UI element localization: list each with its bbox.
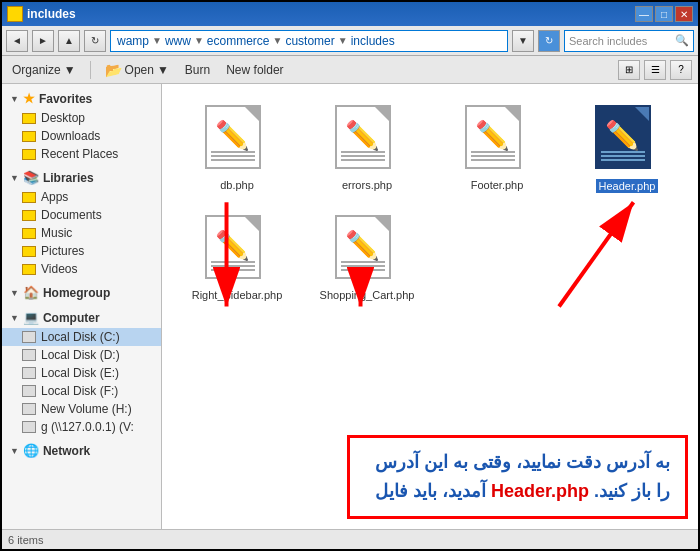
sidebar-section-homegroup: ▼ 🏠 Homegroup — [2, 282, 161, 303]
sidebar-section-favorites: ▼ ★ Favorites Desktop Downloads Recent P… — [2, 88, 161, 163]
go-button[interactable]: ↻ — [538, 30, 560, 52]
crumb-www[interactable]: www — [163, 34, 193, 48]
status-bar: 6 items — [2, 529, 698, 549]
crumb-wamp[interactable]: wamp — [115, 34, 151, 48]
sidebar-homegroup-header[interactable]: ▼ 🏠 Homegroup — [2, 282, 161, 303]
sidebar-section-network: ▼ 🌐 Network — [2, 440, 161, 461]
file-icon-errors: ✏️ — [335, 105, 399, 175]
recent-label: Recent Places — [41, 147, 118, 161]
homegroup-label: Homegroup — [43, 286, 110, 300]
disk-icon — [22, 367, 36, 379]
refresh-button[interactable]: ↻ — [84, 30, 106, 52]
disk-icon — [22, 331, 36, 343]
sidebar-item-music[interactable]: Music — [2, 224, 161, 242]
sidebar-section-computer: ▼ 💻 Computer Local Disk (C:) Local Disk … — [2, 307, 161, 436]
search-placeholder: Search includes — [569, 35, 672, 47]
favorites-label: Favorites — [39, 92, 92, 106]
new-folder-button[interactable]: New folder — [222, 61, 287, 79]
crumb-includes[interactable]: includes — [349, 34, 397, 48]
address-path[interactable]: wamp ▼ www ▼ ecommerce ▼ customer ▼ incl… — [110, 30, 508, 52]
sidebar-item-disk-h[interactable]: New Volume (H:) — [2, 400, 161, 418]
window: includes — □ ✕ ◄ ► ▲ ↻ wamp ▼ www ▼ ecom… — [0, 0, 700, 551]
back-button[interactable]: ◄ — [6, 30, 28, 52]
folder-icon — [22, 264, 36, 275]
file-icon-db: ✏️ — [205, 105, 269, 175]
pencil-icon: ✏️ — [345, 229, 381, 265]
folder-icon — [22, 149, 36, 160]
forward-button[interactable]: ► — [32, 30, 54, 52]
sidebar-item-apps[interactable]: Apps — [2, 188, 161, 206]
sidebar-libraries-header[interactable]: ▼ 📚 Libraries — [2, 167, 161, 188]
folder-icon — [22, 246, 36, 257]
downloads-label: Downloads — [41, 129, 100, 143]
file-name-sidebar: Right_Sidebar.php — [192, 289, 283, 301]
sidebar-item-desktop[interactable]: Desktop — [2, 109, 161, 127]
folder-icon — [22, 131, 36, 142]
pencil-icon: ✏️ — [215, 229, 251, 265]
sidebar-item-disk-f[interactable]: Local Disk (F:) — [2, 382, 161, 400]
file-icon-sidebar: ✏️ — [205, 215, 269, 285]
libraries-label: Libraries — [43, 171, 94, 185]
pencil-icon: ✏️ — [475, 119, 511, 155]
sidebar-computer-header[interactable]: ▼ 💻 Computer — [2, 307, 161, 328]
network-label: Network — [43, 444, 90, 458]
sidebar-item-pictures[interactable]: Pictures — [2, 242, 161, 260]
file-item-db[interactable]: ✏️ db.php — [177, 99, 297, 199]
pencil-icon: ✏️ — [345, 119, 381, 155]
window-icon — [7, 6, 23, 22]
sidebar-item-recent[interactable]: Recent Places — [2, 145, 161, 163]
file-name-db: db.php — [220, 179, 254, 191]
file-item-sidebar[interactable]: ✏️ Right_Sidebar.php — [177, 209, 297, 307]
dropdown-button[interactable]: ▼ — [512, 30, 534, 52]
sidebar-item-videos[interactable]: Videos — [2, 260, 161, 278]
overlay-text-line1: به آدرس دقت نمایید، وقتی به این آدرس — [365, 448, 670, 477]
status-text: 6 items — [8, 534, 43, 546]
disk-icon — [22, 403, 36, 415]
view-toggle-2[interactable]: ☰ — [644, 60, 666, 80]
crumb-customer[interactable]: customer — [283, 34, 336, 48]
sidebar-network-header[interactable]: ▼ 🌐 Network — [2, 440, 161, 461]
minimize-button[interactable]: — — [635, 6, 653, 22]
view-toggle-1[interactable]: ⊞ — [618, 60, 640, 80]
computer-label: Computer — [43, 311, 100, 325]
close-button[interactable]: ✕ — [675, 6, 693, 22]
folder-icon — [22, 192, 36, 203]
file-icon-footer: ✏️ — [465, 105, 529, 175]
pencil-icon: ✏️ — [215, 119, 251, 155]
folder-icon — [22, 228, 36, 239]
toolbar-right: ⊞ ☰ ? — [618, 60, 692, 80]
file-item-errors[interactable]: ✏️ errors.php — [307, 99, 427, 199]
file-item-cart[interactable]: ✏️ Shopping_Cart.php — [307, 209, 427, 307]
sidebar-item-disk-e[interactable]: Local Disk (E:) — [2, 364, 161, 382]
disk-icon — [22, 349, 36, 361]
folder-icon — [22, 210, 36, 221]
sidebar-item-downloads[interactable]: Downloads — [2, 127, 161, 145]
overlay-line2-part2: را باز کنید. — [594, 481, 670, 501]
open-button[interactable]: 📂 Open ▼ — [101, 60, 173, 80]
toolbar: Organize ▼ 📂 Open ▼ Burn New folder ⊞ ☰ … — [2, 56, 698, 84]
sidebar-item-disk-v[interactable]: g (\\127.0.0.1) (V: — [2, 418, 161, 436]
file-item-header[interactable]: ✏️ Header.php — [567, 99, 687, 199]
burn-button[interactable]: Burn — [181, 61, 214, 79]
sidebar: ▼ ★ Favorites Desktop Downloads Recent P… — [2, 84, 162, 529]
search-icon: 🔍 — [675, 34, 689, 47]
sidebar-section-libraries: ▼ 📚 Libraries Apps Documents Music — [2, 167, 161, 278]
file-name-footer: Footer.php — [471, 179, 524, 191]
sidebar-item-disk-c[interactable]: Local Disk (C:) — [2, 328, 161, 346]
overlay-box: به آدرس دقت نمایید، وقتی به این آدرس را … — [347, 435, 688, 519]
file-name-errors: errors.php — [342, 179, 392, 191]
content-area: ✏️ db.php ✏️ errors.php — [162, 84, 698, 529]
crumb-ecommerce[interactable]: ecommerce — [205, 34, 272, 48]
maximize-button[interactable]: □ — [655, 6, 673, 22]
sidebar-item-documents[interactable]: Documents — [2, 206, 161, 224]
pencil-icon: ✏️ — [605, 119, 641, 155]
help-button[interactable]: ? — [670, 60, 692, 80]
up-button[interactable]: ▲ — [58, 30, 80, 52]
sidebar-favorites-header[interactable]: ▼ ★ Favorites — [2, 88, 161, 109]
disk-icon — [22, 385, 36, 397]
sidebar-item-disk-d[interactable]: Local Disk (D:) — [2, 346, 161, 364]
open-icon: 📂 — [105, 62, 122, 78]
search-box[interactable]: Search includes 🔍 — [564, 30, 694, 52]
organize-button[interactable]: Organize ▼ — [8, 61, 80, 79]
file-item-footer[interactable]: ✏️ Footer.php — [437, 99, 557, 199]
